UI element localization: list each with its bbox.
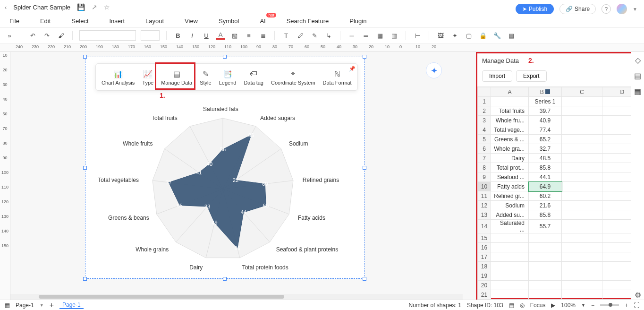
menu-ai[interactable]: AIhot xyxy=(260,17,265,25)
apps-icon[interactable]: ▦ xyxy=(634,87,641,96)
avatar[interactable] xyxy=(617,4,627,14)
undo-icon[interactable]: ↶ xyxy=(28,32,37,39)
fullscreen-icon[interactable]: ⛶ xyxy=(634,302,639,309)
pin-icon[interactable]: 📌 xyxy=(349,66,356,72)
zoom-in-icon[interactable]: + xyxy=(625,302,628,309)
line-color-icon[interactable]: ✎ xyxy=(310,32,319,39)
share-button[interactable]: 🔗Share xyxy=(559,4,596,14)
right-sidestrip: ◇ ▤ ▦ ⚙ xyxy=(631,52,644,300)
category-label: Fatty acids xyxy=(298,215,325,221)
coord-system-button[interactable]: ⌖Coordinate System xyxy=(267,67,319,87)
fontsize-select[interactable] xyxy=(141,30,160,41)
menu-plugin[interactable]: Plugin xyxy=(349,17,366,25)
publish-button[interactable]: ➤Publish xyxy=(516,4,554,14)
zoom-slider[interactable] xyxy=(600,304,619,306)
manage-data-panel: Manage Data 2. × Import Export AB CD1Ser… xyxy=(476,52,644,300)
resize-handle[interactable] xyxy=(223,55,227,59)
resize-handle[interactable] xyxy=(83,277,87,281)
category-label: Dairy xyxy=(189,264,203,271)
align-objects-icon[interactable]: ⊢ xyxy=(413,32,422,39)
lock-icon[interactable]: 🔒 xyxy=(478,32,488,39)
focus-icon[interactable]: ◎ xyxy=(520,302,525,309)
share-icon: 🔗 xyxy=(566,6,573,12)
effects-icon[interactable]: ✦ xyxy=(450,32,459,39)
canvas[interactable]: 📊Chart Analysis 📈Type ▤Manage Data ✎Styl… xyxy=(10,52,476,300)
menu-insert[interactable]: Insert xyxy=(110,17,125,25)
underline-icon[interactable]: U xyxy=(202,32,211,39)
resize-handle[interactable] xyxy=(223,277,227,281)
ungroup-icon[interactable]: ▥ xyxy=(390,32,399,39)
crop-icon[interactable]: ▢ xyxy=(464,32,474,39)
help-icon[interactable]: ? xyxy=(602,4,611,14)
play-icon[interactable]: ▶ xyxy=(551,302,555,309)
chart-analysis-button[interactable]: 📊Chart Analysis xyxy=(98,67,138,87)
fill-icon[interactable]: 🖊 xyxy=(296,32,305,39)
zoom-value[interactable]: 100% xyxy=(561,302,576,309)
chart-style-button[interactable]: ✎Style xyxy=(196,67,215,87)
layers-status-icon[interactable]: ▤ xyxy=(509,302,514,309)
legend-icon: 📑 xyxy=(223,69,232,79)
svg-text:86: 86 xyxy=(248,132,254,138)
group-icon[interactable]: ▦ xyxy=(375,32,385,39)
layers-icon[interactable]: ▤ xyxy=(634,71,641,80)
resize-handle[interactable] xyxy=(363,166,366,170)
resize-handle[interactable] xyxy=(363,55,366,59)
menu-symbol[interactable]: Symbol xyxy=(219,17,239,25)
focus-label[interactable]: Focus xyxy=(530,302,546,309)
redo-icon[interactable]: ↷ xyxy=(42,32,51,39)
text-icon[interactable]: T xyxy=(281,32,291,39)
ai-assistant-icon[interactable]: ✦ xyxy=(426,62,442,78)
open-external-icon[interactable]: ↗ xyxy=(92,3,97,11)
resize-handle[interactable] xyxy=(83,55,87,59)
scrollbar-thumb[interactable] xyxy=(39,295,284,299)
zoom-dropdown-icon[interactable]: ▼ xyxy=(581,303,585,308)
resize-handle[interactable] xyxy=(83,166,87,170)
pages-icon[interactable]: ▦ xyxy=(5,302,10,309)
data-tag-button[interactable]: 🏷Data tag xyxy=(240,67,267,87)
menu-view[interactable]: View xyxy=(185,17,198,25)
menu-select[interactable]: Select xyxy=(71,17,88,25)
menu-file[interactable]: File xyxy=(9,17,19,25)
svg-text:22: 22 xyxy=(233,177,238,183)
menu-search[interactable]: Search Feature xyxy=(287,17,329,25)
container-icon[interactable]: ▤ xyxy=(507,32,516,39)
spider-chart[interactable]: 56862260654486493365774140 Saturated fat… xyxy=(95,95,350,274)
highlight-icon[interactable]: ▧ xyxy=(230,32,239,39)
import-button[interactable]: Import xyxy=(482,70,512,82)
resize-handle[interactable] xyxy=(363,277,366,281)
font-select[interactable] xyxy=(79,30,136,41)
line-style-icon[interactable]: ─ xyxy=(347,32,356,39)
shape-count: Number of shapes: 1 xyxy=(409,302,461,309)
add-page-icon[interactable]: + xyxy=(50,301,54,310)
data-sheet[interactable]: AB CD1Series 12Total fruits39.73Whole fr… xyxy=(477,86,643,300)
connector-icon[interactable]: ↳ xyxy=(324,32,333,39)
chevron-down-icon[interactable]: ▼ xyxy=(633,7,637,12)
save-icon[interactable]: 💾 xyxy=(77,3,85,11)
menu-layout[interactable]: Layout xyxy=(145,17,164,25)
line-weight-icon[interactable]: ═ xyxy=(361,32,371,39)
align-icon[interactable]: ≡ xyxy=(244,32,254,39)
settings-icon[interactable]: ⚙ xyxy=(635,291,641,300)
svg-text:44: 44 xyxy=(241,209,246,215)
back-icon[interactable]: ‹ xyxy=(5,4,7,11)
image-icon[interactable]: 🖼 xyxy=(436,32,445,39)
expand-icon[interactable]: » xyxy=(5,32,14,39)
bold-icon[interactable]: B xyxy=(173,32,183,39)
menu-edit[interactable]: Edit xyxy=(40,17,51,25)
category-label: Refined grains xyxy=(303,177,339,183)
italic-icon[interactable]: I xyxy=(187,32,197,39)
zoom-out-icon[interactable]: − xyxy=(591,302,594,309)
page-select[interactable]: Page-1 xyxy=(16,302,34,309)
page-tab[interactable]: Page-1 xyxy=(59,301,84,309)
tools-icon[interactable]: 🔧 xyxy=(492,32,502,39)
page-dropdown-icon[interactable]: ▼ xyxy=(40,303,44,308)
theme-icon[interactable]: ◇ xyxy=(635,56,641,65)
horizontal-scrollbar[interactable] xyxy=(10,294,463,300)
export-button[interactable]: Export xyxy=(516,70,547,82)
format-painter-icon[interactable]: 🖌 xyxy=(56,32,66,39)
ruler-vertical: 1020304050708090100110120130140150 xyxy=(0,52,10,300)
font-color-icon[interactable]: A xyxy=(216,31,225,40)
line-spacing-icon[interactable]: ≣ xyxy=(258,32,268,39)
chart-legend-button[interactable]: 📑Legend xyxy=(215,67,240,87)
star-icon[interactable]: ☆ xyxy=(104,3,110,11)
